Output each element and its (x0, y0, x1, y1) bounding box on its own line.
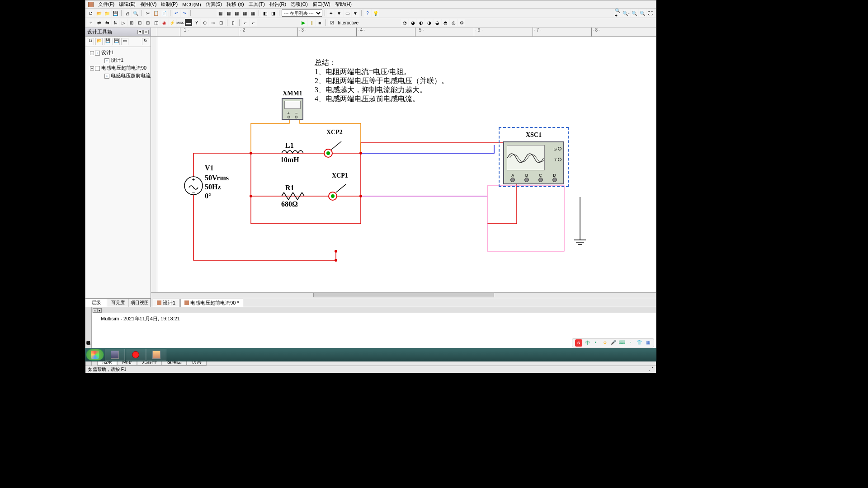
instr8-button[interactable]: ⚙ (458, 19, 465, 26)
save-button[interactable]: 💾 (112, 9, 119, 17)
menu-draw[interactable]: 绘制(P) (161, 1, 178, 8)
ime-setting-button[interactable]: ⋮ (627, 340, 634, 346)
menu-edit[interactable]: 编辑(E) (119, 1, 136, 8)
instr1-button[interactable]: ◔ (401, 19, 408, 26)
place-rf-button[interactable]: ▬ (185, 19, 192, 26)
menu-view[interactable]: 视图(V) (140, 1, 157, 8)
place-power-button[interactable]: ⚡ (169, 19, 176, 26)
sidebar-new-button[interactable]: 🗋 (87, 38, 94, 45)
menu-help[interactable]: 帮助(H) (335, 1, 352, 8)
menu-tools[interactable]: 工具(T) (249, 1, 265, 8)
canvas-tab-design1[interactable]: 设计1 (153, 299, 179, 307)
instrument-oscilloscope[interactable]: XSC1 G T ABCD (499, 127, 569, 187)
tool-a-button[interactable]: ◧ (261, 9, 269, 17)
ime-mode-button[interactable]: 中 (585, 340, 591, 346)
sidebar-saveall-button[interactable]: 💾 (113, 38, 120, 45)
zoom-fit-button[interactable]: 🔍 (639, 9, 646, 17)
instr5-button[interactable]: ◒ (434, 19, 441, 26)
run-button[interactable]: ▶ (300, 19, 307, 26)
sidebar-pin-icon[interactable]: ▾ (137, 30, 143, 34)
tree-item-design1-sheet[interactable]: ▫设计1 (87, 56, 149, 64)
sidebar-tab-visibility[interactable]: 可见度 (107, 299, 129, 307)
tool-b-button[interactable]: ◨ (269, 9, 277, 17)
zoom-out-button[interactable]: 🔍- (623, 9, 630, 17)
copy-button[interactable]: 📋 (152, 9, 160, 17)
ime-bar[interactable]: S 中 •ʼ ☺ 🎤 ⌨ ⋮ 👕 ▦ (572, 338, 654, 347)
taskbar-item-recorder[interactable] (126, 349, 146, 361)
help-button[interactable]: ? (364, 9, 371, 17)
place-analog-button[interactable]: ▷ (120, 19, 127, 26)
undo-button[interactable]: ↶ (173, 9, 180, 17)
grid2-button[interactable]: ▦ (225, 9, 232, 17)
ime-keyboard-button[interactable]: ⌨ (619, 340, 625, 346)
grid3-button[interactable]: ▦ (233, 9, 240, 17)
ime-logo-icon[interactable]: S (575, 339, 582, 347)
place-mixed-button[interactable]: ◫ (152, 19, 160, 26)
sidebar-close-icon[interactable]: × (143, 30, 149, 34)
open-button[interactable]: 📂 (95, 9, 103, 17)
instr4-button[interactable]: ◑ (425, 19, 433, 26)
canvas-tab-inductor[interactable]: 电感电压超前电流90 * (180, 299, 243, 307)
sidebar-refresh-button[interactable]: ↻ (142, 38, 149, 45)
output-close-icon[interactable]: × (93, 308, 97, 313)
menu-simulate[interactable]: 仿真(S) (206, 1, 222, 8)
fullscreen-button[interactable]: ⛶ (647, 9, 654, 17)
sidebar-tab-hierarchy[interactable]: 层级 (85, 299, 107, 307)
pause-button[interactable]: ‖ (308, 19, 315, 26)
menu-reports[interactable]: 报告(R) (269, 1, 286, 8)
hierarchy-button[interactable]: ▯ (230, 19, 237, 26)
place-misc-button[interactable]: ⊟ (144, 19, 151, 26)
instrument-multimeter[interactable]: XMM1 +− (282, 90, 303, 120)
ime-more-button[interactable]: ▦ (645, 340, 651, 346)
ime-emoji-button[interactable]: ☺ (602, 340, 608, 346)
tree-collapse-icon[interactable]: − (90, 51, 94, 55)
tool-c-button[interactable]: ✦ (327, 9, 335, 17)
output-pin-icon[interactable]: ▾ (97, 308, 102, 313)
place-transistor-button[interactable]: ⇅ (112, 19, 119, 26)
open-samples-button[interactable]: 📁 (104, 9, 111, 17)
taskbar-item-1[interactable] (105, 349, 125, 361)
print-preview-button[interactable]: 🔍 (132, 9, 139, 17)
tree-root-design1[interactable]: −▫设计1 (87, 49, 149, 56)
sidebar-open-button[interactable]: 📂 (95, 38, 103, 45)
print-button[interactable]: 🖨 (124, 9, 131, 17)
instr7-button[interactable]: ◎ (450, 19, 457, 26)
ime-punct-button[interactable]: •ʼ (593, 340, 599, 346)
bus2-button[interactable]: ⌐ (250, 19, 257, 26)
menu-mcu[interactable]: MCU(M) (182, 2, 201, 7)
menu-options[interactable]: 选项(O) (291, 1, 308, 8)
instr2-button[interactable]: ◕ (409, 19, 416, 26)
place-misc2-button[interactable]: MISC (177, 19, 184, 26)
sidebar-tab-project[interactable]: 项目视图 (129, 299, 151, 307)
grid4-button[interactable]: ▦ (241, 9, 248, 17)
menu-transfer[interactable]: 转移 (n) (226, 1, 244, 8)
ime-user-button[interactable]: 👕 (636, 340, 642, 346)
redo-button[interactable]: ↷ (181, 9, 188, 17)
tree-item-inductor-sheet[interactable]: ▫电感电压超前电流90 (87, 72, 149, 80)
sidebar-save-button[interactable]: 💾 (104, 38, 111, 45)
info-button[interactable]: 💡 (372, 9, 379, 17)
tool-d-button[interactable]: ▼ (335, 9, 343, 17)
paste-button[interactable]: 📄 (160, 9, 168, 17)
inuse-list-select[interactable]: --- 在用列表 --- (282, 9, 322, 17)
menu-file[interactable]: 文件(F) (98, 1, 114, 8)
cut-button[interactable]: ✂ (144, 9, 151, 17)
tree-root-inductor[interactable]: −▫电感电压超前电流90 (87, 64, 149, 72)
zoom-in-button[interactable]: 🔍+ (614, 9, 622, 17)
place-connector-button[interactable]: ⊸ (209, 19, 217, 26)
tree-collapse-icon[interactable]: − (90, 66, 94, 70)
menu-window[interactable]: 窗口(W) (312, 1, 330, 8)
place-mcu-button[interactable]: ⊡ (217, 19, 225, 26)
bus-button[interactable]: ⌐ (242, 19, 249, 26)
instr3-button[interactable]: ◐ (417, 19, 425, 26)
tool-f-button[interactable]: ▼ (352, 9, 359, 17)
new-button[interactable]: 🗋 (87, 9, 94, 17)
start-button[interactable] (86, 349, 104, 361)
place-cmos-button[interactable]: ⊡ (136, 19, 143, 26)
zoom-area-button[interactable]: 🔍 (631, 9, 638, 17)
place-ttl-button[interactable]: ⊞ (128, 19, 135, 26)
grid5-button[interactable]: ▦ (249, 9, 256, 17)
place-source-button[interactable]: ÷ (87, 19, 94, 26)
place-elmech-button[interactable]: Y (193, 19, 200, 26)
stop-button[interactable]: ■ (316, 19, 323, 26)
